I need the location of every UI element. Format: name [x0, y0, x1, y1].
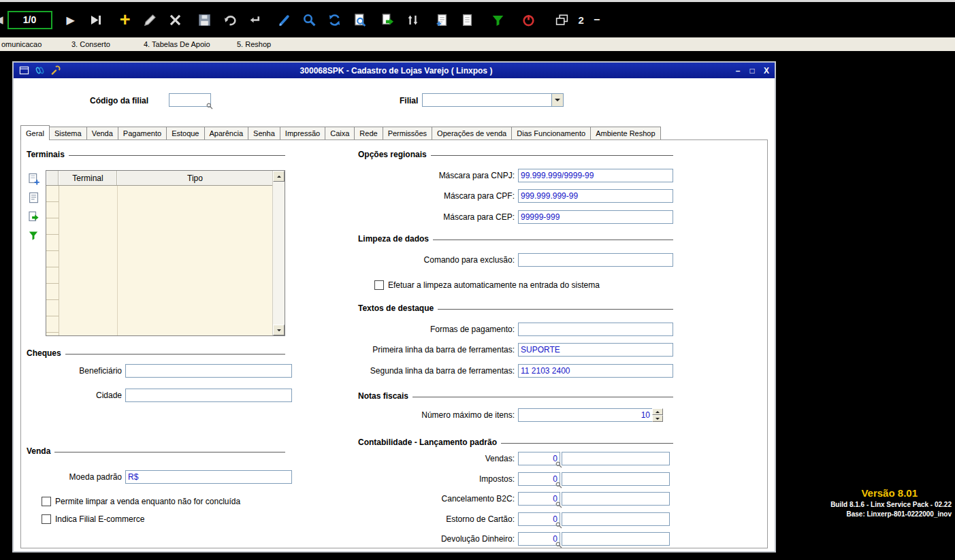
document-button[interactable]: [459, 11, 476, 29]
sort-button[interactable]: [404, 11, 422, 29]
impostos-lookup-icon[interactable]: [555, 482, 562, 489]
terminal-grid-scrollbar[interactable]: [272, 171, 285, 335]
clear-button[interactable]: [276, 11, 293, 29]
refresh-button[interactable]: [326, 11, 344, 29]
exit-button[interactable]: [520, 11, 538, 29]
tab-venda[interactable]: Venda: [86, 127, 118, 139]
collapse-toolbar-button[interactable]: −: [594, 14, 600, 26]
mascara-cpf-label: Máscara para CPF:: [358, 191, 515, 201]
prev-record-icon[interactable]: ◀: [0, 14, 3, 26]
limpeza-automatica-label: Efetuar a limpeza automaticamente na ent…: [388, 280, 600, 290]
terminal-add-button[interactable]: [25, 170, 42, 186]
cidade-input[interactable]: [125, 389, 292, 402]
tab-aparencia[interactable]: Aparência: [204, 127, 249, 139]
spinner-up-button[interactable]: [652, 408, 663, 415]
vendas-lookup-icon[interactable]: [555, 461, 562, 468]
wrench-icon[interactable]: [50, 65, 61, 76]
devolucao-dinheiro-desc-input[interactable]: [562, 532, 670, 546]
links-icon[interactable]: [34, 65, 46, 76]
tab-dias-funcionamento[interactable]: Dias Funcionamento: [511, 127, 591, 139]
confirm-button[interactable]: [246, 11, 264, 29]
cancelamento-b2c-lookup-icon[interactable]: [555, 501, 562, 508]
beneficiario-input[interactable]: [125, 364, 292, 378]
cancelamento-b2c-desc-input[interactable]: [562, 492, 670, 506]
menu-item-reshop[interactable]: 5. Reshop: [237, 40, 271, 48]
play-button[interactable]: ▶: [62, 11, 80, 29]
add-button[interactable]: +: [116, 11, 134, 29]
exit-power-icon: [521, 13, 536, 27]
filter-button[interactable]: [489, 11, 507, 29]
add-icon: +: [120, 13, 131, 27]
tab-operacoes-venda[interactable]: Operações de venda: [432, 127, 512, 139]
tab-estoque[interactable]: Estoque: [166, 127, 204, 139]
numero-itens-spinner[interactable]: [652, 408, 663, 422]
scroll-down-button[interactable]: [273, 325, 285, 335]
beneficiario-label: Beneficiário: [27, 366, 122, 376]
form-icon[interactable]: [18, 65, 30, 76]
edit-button[interactable]: [142, 11, 159, 29]
comando-exclusao-input[interactable]: [518, 253, 673, 267]
maximize-button[interactable]: □: [747, 66, 758, 76]
devolucao-dinheiro-code-input[interactable]: [518, 532, 560, 546]
tab-geral[interactable]: Geral: [20, 125, 50, 140]
impostos-code-input[interactable]: [518, 472, 560, 486]
menu-item-tabelas-apoio[interactable]: 4. Tabelas De Apoio: [144, 40, 210, 48]
estorno-cartao-lookup-icon[interactable]: [555, 522, 562, 529]
terminal-filter-button[interactable]: [25, 227, 42, 244]
tab-caixa[interactable]: Caixa: [325, 127, 355, 139]
codigo-lookup-icon[interactable]: [206, 103, 213, 110]
minimize-button[interactable]: –: [732, 66, 743, 76]
terminal-detail-button[interactable]: [25, 189, 42, 205]
menu-item-conserto[interactable]: 3. Conserto: [71, 40, 110, 48]
tab-rede[interactable]: Rede: [354, 127, 383, 139]
clear-brush-icon: [277, 13, 291, 27]
filter-funnel-icon: [491, 13, 505, 27]
tab-senha[interactable]: Senha: [248, 127, 280, 139]
menu-item-comunicacao[interactable]: omunicacao: [1, 40, 42, 48]
mascara-cep-input[interactable]: [518, 210, 673, 224]
delete-button[interactable]: [167, 11, 184, 29]
search-button[interactable]: [301, 11, 319, 29]
tab-permissoes[interactable]: Permissões: [383, 127, 432, 139]
mascara-cnpj-input[interactable]: [518, 169, 673, 182]
limpeza-automatica-checkbox[interactable]: [374, 280, 384, 290]
vendas-label: Vendas:: [358, 454, 515, 463]
vendas-desc-input[interactable]: [562, 452, 670, 465]
revert-button[interactable]: [221, 11, 239, 29]
permite-limpar-venda-checkbox[interactable]: [42, 497, 51, 506]
preview-button[interactable]: [351, 11, 369, 29]
estorno-cartao-desc-input[interactable]: [562, 512, 670, 526]
primeira-linha-input[interactable]: [518, 343, 673, 357]
new-document-button[interactable]: [434, 11, 451, 29]
filial-combo-dropdown-button[interactable]: [551, 93, 564, 107]
export-button[interactable]: [379, 11, 397, 29]
moeda-padrao-input[interactable]: [125, 470, 292, 484]
codigo-filial-input[interactable]: [169, 93, 211, 107]
impostos-desc-input[interactable]: [562, 472, 670, 486]
terminal-grid-body[interactable]: [46, 186, 272, 335]
terminal-grid[interactable]: Terminal Tipo: [46, 170, 285, 336]
filial-combo-input[interactable]: [422, 93, 551, 107]
cascade-windows-button[interactable]: [553, 11, 571, 29]
scroll-up-button[interactable]: [273, 171, 285, 182]
segunda-linha-input[interactable]: [518, 364, 673, 378]
numero-maximo-itens-input[interactable]: [518, 408, 652, 422]
cancelamento-b2c-code-input[interactable]: [518, 492, 560, 506]
filial-combobox[interactable]: [422, 93, 564, 107]
close-button[interactable]: X: [761, 66, 772, 76]
tab-sistema[interactable]: Sistema: [49, 127, 87, 139]
formas-pagamento-input[interactable]: [518, 323, 673, 336]
devolucao-dinheiro-lookup-icon[interactable]: [555, 542, 562, 548]
save-button[interactable]: [196, 11, 214, 29]
tab-pagamento[interactable]: Pagamento: [118, 127, 167, 139]
spinner-down-button[interactable]: [652, 415, 663, 422]
terminal-export-button[interactable]: [25, 208, 42, 225]
window-titlebar[interactable]: 300068SPK - Cadastro de Lojas Varejo ( L…: [14, 63, 775, 78]
estorno-cartao-code-input[interactable]: [518, 512, 560, 526]
mascara-cpf-input[interactable]: [518, 189, 673, 203]
indica-filial-ecommerce-checkbox[interactable]: [42, 514, 51, 524]
tab-impressao[interactable]: Impressão: [280, 127, 325, 139]
tab-ambiente-reshop[interactable]: Ambiente Reshop: [590, 127, 660, 139]
vendas-code-input[interactable]: [518, 452, 560, 465]
last-record-button[interactable]: [87, 11, 105, 29]
